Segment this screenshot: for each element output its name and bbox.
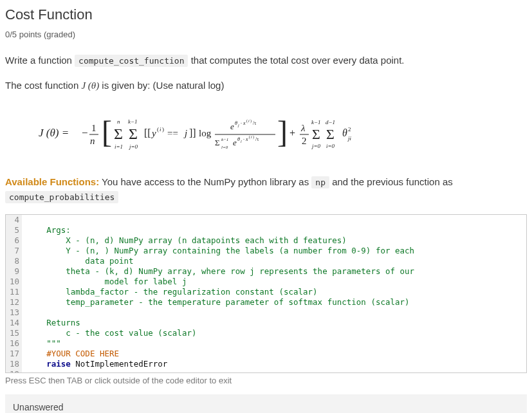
line-number: 10	[10, 277, 19, 287]
line-number: 5	[10, 225, 19, 235]
svg-text:J (θ) =: J (θ) =	[39, 127, 69, 139]
points-graded: 0/5 points (graded)	[5, 30, 527, 39]
code-body[interactable]: Args: X - (n, d) NumPy array (n datapoin…	[22, 215, 526, 372]
code-line[interactable]: Returns	[27, 318, 526, 328]
editor-scroll-area[interactable]: 45678910111213141516171819 Args: X - (n,…	[6, 215, 526, 372]
svg-text:i: i	[251, 135, 252, 139]
svg-text:i: i	[160, 126, 161, 133]
code-line[interactable]: Y - (n, ) NumPy array containing the lab…	[27, 246, 526, 256]
cost-function-line: The cost function J (θ) is given by: (Us…	[5, 78, 527, 93]
svg-text:Σ: Σ	[129, 125, 138, 142]
svg-text:/τ: /τ	[253, 120, 257, 126]
svg-text:−: −	[82, 127, 88, 139]
code-line[interactable]: lambda_factor - the regularization const…	[27, 287, 526, 297]
code-line[interactable]: """	[27, 338, 526, 349]
svg-text:]]: ]]	[189, 127, 196, 138]
cost-prefix: The cost function	[5, 80, 81, 91]
code-line[interactable]: X - (n, d) NumPy array (n datapoints eac…	[27, 235, 526, 246]
svg-text:k−1: k−1	[311, 119, 321, 125]
svg-text:[: [	[102, 115, 112, 149]
avail-mid: and the previous function as	[329, 176, 453, 187]
svg-text:j: j	[183, 128, 187, 138]
code-line[interactable]: model for label j	[27, 277, 526, 287]
code-editor[interactable]: 45678910111213141516171819 Args: X - (n,…	[5, 214, 527, 373]
cost-suffix: is given by: (Use natural log)	[99, 80, 224, 91]
function-name-code: compute_cost_function	[75, 55, 188, 67]
code-line[interactable]: data point	[27, 256, 526, 266]
code-line[interactable]: c - the cost value (scalar)	[27, 328, 526, 338]
compute-probabilities-code: compute_probabilities	[5, 191, 118, 203]
code-line[interactable]: #YOUR CODE HERE	[27, 349, 526, 359]
jtheta-symbol: J (θ)	[81, 80, 99, 91]
code-line[interactable]	[27, 307, 526, 318]
svg-text:log: log	[199, 128, 212, 138]
svg-text:l: l	[241, 140, 242, 143]
formula-svg: J (θ) = − 1 n [ Σ i=1 n Σ j=0 k−1 [[ y (…	[39, 112, 367, 156]
code-line[interactable]	[27, 215, 526, 225]
svg-text:j=0: j=0	[129, 143, 138, 150]
svg-text:[[: [[	[144, 127, 151, 138]
svg-text:e: e	[230, 122, 234, 131]
svg-text:): )	[253, 135, 254, 140]
available-functions-label: Available Functions:	[5, 176, 99, 187]
svg-text:1: 1	[91, 123, 96, 133]
svg-text:l=0: l=0	[221, 145, 228, 150]
line-number: 9	[10, 266, 19, 277]
line-number: 18	[10, 359, 19, 369]
line-number: 11	[10, 287, 19, 297]
svg-text:θ: θ	[342, 127, 347, 138]
svg-text:i=1: i=1	[115, 143, 123, 150]
svg-text:θ: θ	[235, 120, 237, 126]
svg-text:ji: ji	[347, 135, 352, 142]
editor-exit-hint: Press ESC then TAB or click outside of t…	[5, 376, 527, 385]
svg-text:·: ·	[243, 136, 244, 142]
svg-text:): )	[250, 119, 252, 124]
svg-text:(: (	[249, 135, 250, 140]
svg-text:i=0: i=0	[326, 143, 335, 149]
line-number: 12	[10, 297, 19, 307]
svg-text:j: j	[237, 124, 239, 127]
line-number-gutter: 45678910111213141516171819	[6, 215, 22, 372]
prompt-prefix: Write a function	[5, 55, 75, 66]
svg-text:x: x	[245, 136, 248, 142]
svg-text:n: n	[117, 118, 120, 125]
line-number: 8	[10, 256, 19, 266]
svg-text:k−1: k−1	[221, 137, 228, 142]
svg-text:e: e	[233, 138, 237, 147]
svg-text:2: 2	[348, 126, 351, 133]
svg-text:θ: θ	[237, 136, 240, 142]
svg-text:(: (	[246, 119, 248, 124]
code-line[interactable]: temp_parameter - the temperature paramet…	[27, 297, 526, 307]
line-number: 19	[10, 369, 19, 372]
line-number: 7	[10, 246, 19, 256]
svg-text:/τ: /τ	[255, 136, 259, 142]
line-number: 4	[10, 215, 19, 225]
line-number: 17	[10, 349, 19, 359]
code-line[interactable]: Args:	[27, 225, 526, 235]
svg-text:y: y	[151, 128, 156, 138]
svg-text:+: +	[289, 127, 295, 138]
line-number: 13	[10, 307, 19, 318]
answer-status: Unanswered	[5, 394, 527, 413]
svg-text:Σ: Σ	[326, 126, 335, 142]
line-number: 16	[10, 338, 19, 349]
line-number: 15	[10, 328, 19, 338]
prompt-text: Write a function compute_cost_function t…	[5, 53, 527, 68]
svg-text:Σ: Σ	[114, 125, 123, 142]
code-line[interactable]: raise NotImplementedError	[27, 359, 526, 369]
svg-text:j=0: j=0	[311, 143, 321, 149]
svg-text:==: ==	[167, 128, 178, 138]
line-number: 14	[10, 318, 19, 328]
avail-prefix: You have access to the NumPy python libr…	[99, 176, 311, 187]
svg-text:k−1: k−1	[128, 118, 138, 125]
svg-text:λ: λ	[300, 123, 306, 133]
page-title: Cost Function	[5, 6, 527, 23]
line-number: 6	[10, 235, 19, 246]
code-line[interactable]: theta - (k, d) NumPy array, where row j …	[27, 266, 526, 277]
svg-text:n: n	[90, 136, 95, 146]
svg-text:d−1: d−1	[326, 119, 335, 125]
prompt-suffix: that computes the total cost over every …	[188, 55, 404, 66]
svg-text:(: (	[157, 126, 159, 133]
code-line[interactable]	[27, 369, 526, 372]
np-code: np	[311, 176, 329, 188]
